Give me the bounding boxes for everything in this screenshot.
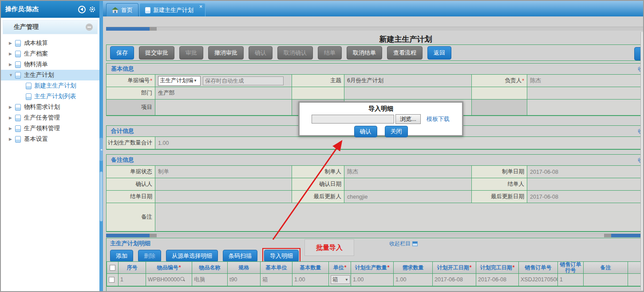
last-update-date-label: 最后更新日期 [472,191,527,203]
basic-info-title-row: 基本信息 收起栏 [107,64,643,74]
sidebar-panel-header[interactable]: 生产管理 [3,20,98,34]
plan-detail-title-row: 主生产计划明细 [107,238,643,247]
dept-value[interactable]: 生产部 [155,87,292,100]
tab-home[interactable]: 首页 [106,3,138,16]
cell-spec: t90 [228,274,261,286]
caret-right-icon[interactable]: ▶ [9,62,15,67]
import-detail-button[interactable]: 导入明细 [264,250,299,262]
cell-note[interactable] [584,274,628,286]
select-from-source-button[interactable]: 从源单选择明细 [166,250,218,262]
remark-grid: 单据状态 制单 制单人 陈杰 制单日期 2017-06-08 确认人 确认日期 … [107,165,643,232]
splitter-collapse-handle[interactable]: ◄ [99,138,103,161]
doc-no-input[interactable] [203,76,284,85]
section-title: 基本信息 [111,65,134,73]
revoke-approval-button[interactable]: 撤消审批 [208,46,244,60]
vertical-scrollbar[interactable] [640,32,643,290]
cell-plan-qty[interactable]: 1.00 [351,274,394,286]
make-date-label: 制单日期 [472,166,527,178]
caret-right-icon[interactable]: ▶ [9,41,15,45]
horizontal-scrollbar-top[interactable] [106,27,643,31]
sidebar-item-master-plan-list[interactable]: 主生产计划列表 [1,91,99,102]
subject-value[interactable]: 6月份生产计划 [344,75,472,87]
caret-right-icon[interactable]: ▶ [9,116,15,120]
caret-right-icon[interactable]: ▶ [9,137,15,141]
doc-no-select[interactable]: 主生产计划编号▼ [158,76,201,86]
gear-icon[interactable] [89,6,96,13]
detail-table-wrap: 序号 物品编号* 物品名称 规格 基本单位 基本数量 单位* 计划生产数量* 需… [107,261,643,287]
sidebar-item-task-mgmt[interactable]: ▶生产任务管理 [1,112,99,123]
submit-approval-button[interactable]: 提交审批 [139,46,174,60]
cancel-close-order-button[interactable]: 取消结单 [347,46,382,60]
sidebar-item-bom[interactable]: ▶物料清单 [1,59,99,70]
barcode-scan-button[interactable]: 条码扫描 [223,250,257,262]
total-grid: 计划生产数量合计 1.00 [107,136,643,149]
tab-content: 新建主生产计划 保存 提交审批 审批 撤消审批 确认 取消确认 结单 取消结单 … [103,16,643,291]
doc-no-label: 单据编号* [107,75,155,87]
dialog-confirm-button[interactable]: 确认 [354,126,377,137]
collapse-sidebar-icon[interactable] [78,6,86,13]
tab-home-label: 首页 [121,6,133,14]
save-button[interactable]: 保存 [110,46,134,60]
delete-row-button: 删除 [138,250,161,262]
cell-item-no[interactable]: WPBH00000 [146,274,192,286]
horizontal-scrollbar-bottom[interactable] [106,233,643,237]
sidebar-item-label: 主生产计划列表 [34,92,76,100]
view-flow-button[interactable]: 查看流程 [387,46,423,60]
scrollbar-nub[interactable] [604,234,611,237]
col-sales-line: 销售订单行号 [558,262,584,274]
sidebar-item-new-master-plan[interactable]: 新建主生产计划 [1,80,99,91]
sidebar-item-basic-settings[interactable]: ▶基本设置 [1,134,99,144]
caret-right-icon[interactable]: ▶ [9,52,15,56]
doc-no-cell: 主生产计划编号▼ [155,75,292,87]
select-all-checkbox[interactable] [110,265,115,271]
empty-value [344,87,472,100]
empty-value [527,100,643,116]
panel-collapse-icon[interactable] [86,24,93,31]
collapse-link[interactable]: 收起栏目 [389,240,418,248]
back-button[interactable]: 返回 [427,46,451,60]
search-icon[interactable] [180,277,185,281]
template-download-link[interactable]: 模板下载 [427,115,450,123]
cell-sales-order: XSDJ20170500 [519,274,558,286]
col-demand-qty: 需求数量 [394,262,433,274]
confirmer-label: 确认人 [107,178,155,191]
caret-right-icon[interactable]: ▶ [9,126,15,131]
project-value[interactable] [155,100,292,116]
sidebar-item-master-plan[interactable]: ▼主生产计划 [1,70,99,80]
unit-select[interactable]: 箱▼ [331,275,350,284]
sidebar-item-mrp[interactable]: ▶物料需求计划 [1,102,99,112]
scrollbar-nub[interactable] [150,27,157,31]
browse-button[interactable]: 浏览... [395,114,421,124]
row-checkbox[interactable] [109,277,115,283]
sidebar-item-material-req[interactable]: ▶生产领料管理 [1,123,99,134]
caret-down-icon[interactable]: ▼ [9,73,15,77]
tab-close-icon[interactable]: × [199,4,202,9]
scrollbar-thumb[interactable] [106,234,150,237]
tab-current-label: 新建主生产计划 [153,6,194,14]
sidebar-item-label: 生产领料管理 [24,124,60,132]
collapse-panel-icon[interactable] [412,241,418,246]
col-sales-order: 销售订单号 [519,262,558,274]
owner-value[interactable]: 陈杰 [527,75,643,87]
cell-start-date[interactable]: 2017-06-08 [433,274,476,286]
cell-end-date[interactable]: 2017-06-08 [476,274,519,286]
note-value[interactable] [155,203,643,232]
remark-info-section: 备注信息 收起栏 单据状态 制单 制单人 陈杰 制单日期 2017-06-08 … [106,154,643,232]
dialog-close-button[interactable]: 关闭 [385,126,408,137]
sidebar-item-cost-accounting[interactable]: ▶成本核算 [1,38,99,48]
sidebar-item-production-archive[interactable]: ▶生产档案 [1,48,99,59]
scrollbar-thumb[interactable] [106,27,150,31]
panel-title: 生产管理 [14,23,39,31]
dialog-title: 导入明细 [300,105,462,113]
plan-detail-section: 主生产计划明细 批量导入 收起栏目 添加 删除 从源单选择明细 条码扫描 导入明… [106,238,643,291]
tab-current[interactable]: 新建主生产计划 × [139,3,205,16]
scrollbar-thumb[interactable] [611,234,643,237]
sidebar-splitter[interactable]: ◄ [99,1,103,291]
section-title: 主生产计划明细 [110,240,150,247]
add-row-button[interactable]: 添加 [110,250,133,262]
sidebar-scrollbar-thumb[interactable] [100,172,103,221]
file-path-input[interactable] [312,115,394,124]
sidebar-item-label: 成本核算 [24,39,48,47]
caret-right-icon[interactable]: ▶ [9,105,15,109]
scrollbar-nub[interactable] [150,234,157,237]
